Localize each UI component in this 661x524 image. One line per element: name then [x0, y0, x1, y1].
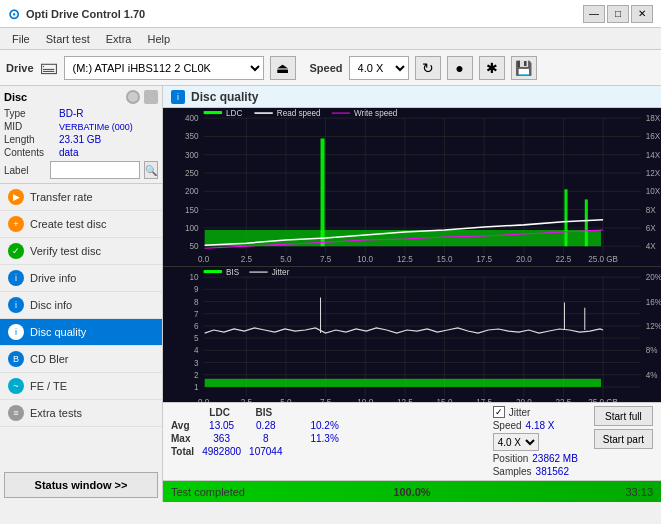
- nav-icon-verify: ✓: [8, 243, 24, 259]
- disc-mid-row: MID VERBATIMe (000): [4, 121, 158, 132]
- save-button[interactable]: 💾: [511, 56, 537, 80]
- mid-key: MID: [4, 121, 59, 132]
- nav-label-drive: Drive info: [30, 272, 76, 284]
- top-chart: 400 350 300 250 200 150 100 50 18X 16X 1…: [163, 108, 661, 267]
- titlebar-left: ⊙ Opti Drive Control 1.70: [8, 6, 145, 22]
- nav-label-create: Create test disc: [30, 218, 106, 230]
- menu-help[interactable]: Help: [139, 31, 178, 47]
- bottom-chart-svg: 10 9 8 7 6 5 4 3 2 1 20% 16% 12% 8% 4%: [163, 267, 661, 402]
- nav-drive-info[interactable]: i Drive info: [0, 265, 162, 292]
- nav-extra-tests[interactable]: ≡ Extra tests: [0, 400, 162, 427]
- svg-text:3: 3: [194, 358, 199, 367]
- svg-text:10: 10: [190, 273, 200, 282]
- nav-disc-info[interactable]: i Disc info: [0, 292, 162, 319]
- label-key: Label: [4, 165, 46, 176]
- close-button[interactable]: ✕: [631, 5, 653, 23]
- col-jitter-header: [310, 406, 346, 419]
- contents-key: Contents: [4, 147, 59, 158]
- speed-select[interactable]: 4.0 X: [349, 56, 409, 80]
- maximize-button[interactable]: □: [607, 5, 629, 23]
- left-panel: Disc Type BD-R MID VERBATIMe (000) Lengt…: [0, 86, 163, 502]
- label-input[interactable]: [50, 161, 140, 179]
- jitter-checkbox[interactable]: ✓: [493, 406, 505, 418]
- svg-rect-48: [564, 189, 567, 246]
- disc-length-row: Length 23.31 GB: [4, 134, 158, 145]
- svg-rect-47: [321, 138, 325, 246]
- svg-text:4: 4: [194, 346, 199, 355]
- menu-start-test[interactable]: Start test: [38, 31, 98, 47]
- status-window-button[interactable]: Status window >>: [4, 472, 158, 498]
- chart-header: i Disc quality: [163, 86, 661, 108]
- drive-select[interactable]: (M:) ATAPI iHBS112 2 CL0K: [64, 56, 264, 80]
- svg-text:10X: 10X: [646, 187, 661, 196]
- label-button[interactable]: 🔍: [144, 161, 158, 179]
- nav-cd-bler[interactable]: B CD Bler: [0, 346, 162, 373]
- svg-text:22.5: 22.5: [556, 255, 572, 264]
- svg-text:17.5: 17.5: [476, 398, 492, 402]
- nav-icon-create: +: [8, 216, 24, 232]
- svg-text:400: 400: [185, 114, 199, 123]
- svg-text:4X: 4X: [646, 242, 657, 251]
- nav-create-test-disc[interactable]: + Create test disc: [0, 211, 162, 238]
- stats-right-section: ✓ Jitter Speed 4.18 X 4.0 X Posit: [493, 406, 578, 477]
- svg-text:7: 7: [194, 309, 199, 318]
- progress-percent: 100.0%: [393, 486, 430, 498]
- menu-extra[interactable]: Extra: [98, 31, 140, 47]
- max-bis: 8: [249, 432, 290, 445]
- app-title: Opti Drive Control 1.70: [26, 8, 145, 20]
- refresh-button[interactable]: ↻: [415, 56, 441, 80]
- speed-info: Speed 4.18 X: [493, 420, 578, 431]
- svg-text:6: 6: [194, 322, 199, 331]
- svg-text:10.0: 10.0: [357, 398, 373, 402]
- samples-item: Samples 381562: [493, 466, 569, 477]
- top-chart-svg: 400 350 300 250 200 150 100 50 18X 16X 1…: [163, 108, 661, 266]
- nav-disc-quality[interactable]: i Disc quality: [0, 319, 162, 346]
- svg-text:12.5: 12.5: [397, 398, 413, 402]
- start-full-button[interactable]: Start full: [594, 406, 653, 426]
- type-val: BD-R: [59, 108, 83, 119]
- speed-chart-select[interactable]: 4.0 X: [493, 433, 539, 451]
- settings-button[interactable]: ✱: [479, 56, 505, 80]
- minimize-button[interactable]: —: [583, 5, 605, 23]
- start-part-button[interactable]: Start part: [594, 429, 653, 449]
- drive-label: Drive: [6, 62, 34, 74]
- total-label: Total: [171, 445, 202, 458]
- svg-text:20%: 20%: [646, 273, 661, 282]
- disc-section: Disc Type BD-R MID VERBATIMe (000) Lengt…: [0, 86, 162, 184]
- length-key: Length: [4, 134, 59, 145]
- col-space: [290, 406, 310, 419]
- svg-rect-92: [205, 378, 601, 386]
- svg-text:2: 2: [194, 370, 199, 379]
- svg-rect-50: [204, 111, 222, 114]
- stats-table: LDC BIS Avg 13.05 0.28 10.2%: [171, 406, 485, 477]
- nav-transfer-rate[interactable]: ▶ Transfer rate: [0, 184, 162, 211]
- menubar: File Start test Extra Help: [0, 28, 661, 50]
- disc-header-label: Disc: [4, 91, 27, 103]
- nav-fe-te[interactable]: ~ FE / TE: [0, 373, 162, 400]
- svg-text:20.0: 20.0: [516, 255, 532, 264]
- speed-label: Speed: [310, 62, 343, 74]
- eject-button[interactable]: ⏏: [270, 56, 296, 80]
- progress-bar-container: Test completed 100.0% 33:13: [163, 480, 661, 502]
- speed-item: Speed 4.18 X: [493, 420, 555, 431]
- samples-key: Samples: [493, 466, 532, 477]
- max-label: Max: [171, 432, 202, 445]
- svg-text:Read speed: Read speed: [277, 109, 321, 118]
- stats-total-row: Total 4982800 107044: [171, 445, 347, 458]
- chart-title: Disc quality: [191, 90, 258, 104]
- nav-verify-test-disc[interactable]: ✓ Verify test disc: [0, 238, 162, 265]
- titlebar: ⊙ Opti Drive Control 1.70 — □ ✕: [0, 0, 661, 28]
- svg-text:BIS: BIS: [226, 268, 240, 277]
- nav-label-transfer: Transfer rate: [30, 191, 93, 203]
- svg-text:8: 8: [194, 297, 199, 306]
- record-button[interactable]: ●: [447, 56, 473, 80]
- nav-label-extra: Extra tests: [30, 407, 82, 419]
- svg-text:200: 200: [185, 187, 199, 196]
- svg-text:12.5: 12.5: [397, 255, 413, 264]
- svg-rect-107: [204, 270, 222, 273]
- max-ldc: 363: [202, 432, 249, 445]
- svg-text:12X: 12X: [646, 169, 661, 178]
- menu-file[interactable]: File: [4, 31, 38, 47]
- svg-text:0.0: 0.0: [198, 398, 210, 402]
- stats-bar: LDC BIS Avg 13.05 0.28 10.2%: [163, 402, 661, 480]
